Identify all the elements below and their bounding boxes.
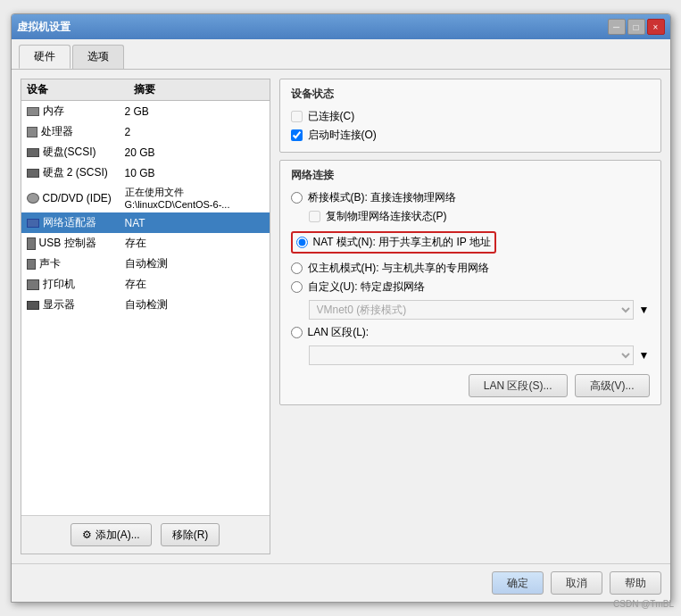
custom-dropdown[interactable]: VMnet0 (桥接模式) — [309, 300, 634, 320]
connected-checkbox[interactable] — [291, 111, 303, 122]
main-content: 设备 摘要 内存 2 GB 处理器 — [12, 70, 670, 563]
device-summary-display: 自动检测 — [125, 297, 264, 312]
device-summary-disk1: 20 GB — [125, 146, 264, 159]
nat-label: NAT 模式(N): 用于共享主机的 IP 地址 — [313, 235, 491, 250]
memory-icon — [27, 107, 39, 116]
close-button[interactable]: × — [647, 19, 665, 35]
minimize-button[interactable]: ─ — [608, 19, 626, 35]
bridge-row: 桥接模式(B): 直接连接物理网络 — [291, 188, 650, 207]
nat-row: NAT 模式(N): 用于共享主机的 IP 地址 — [291, 229, 650, 255]
connected-row: 已连接(C) — [291, 107, 650, 126]
device-row-sound[interactable]: 声卡 自动检测 — [21, 254, 270, 274]
custom-dropdown-row: VMnet0 (桥接模式) ▼ — [309, 300, 650, 320]
custom-dropdown-arrow: ▼ — [639, 304, 650, 316]
device-name-memory: 内存 — [43, 104, 64, 119]
right-spacer — [279, 412, 661, 554]
device-summary-network: NAT — [125, 217, 264, 229]
left-bottom-buttons: ⚙ 添加(A)... 移除(R) — [21, 515, 270, 554]
device-summary-usb: 存在 — [125, 236, 264, 251]
device-name-sound: 声卡 — [39, 256, 61, 271]
disk2-icon — [27, 169, 39, 178]
device-summary-cdrom: 正在使用文件 G:\linuxCD\CentOS-6-... — [125, 186, 264, 210]
hostonly-radio[interactable] — [291, 262, 303, 274]
device-summary-printer: 存在 — [125, 277, 264, 292]
display-icon — [27, 301, 39, 310]
remove-button[interactable]: 移除(R) — [161, 523, 220, 546]
tab-options[interactable]: 选项 — [72, 45, 124, 69]
autoconnect-row: 启动时连接(O) — [291, 126, 650, 145]
lan-dropdown-row: ▼ — [309, 345, 650, 365]
cdrom-icon — [27, 193, 39, 204]
device-row-memory[interactable]: 内存 2 GB — [21, 101, 270, 121]
device-row-disk2[interactable]: 硬盘 2 (SCSI) 10 GB — [21, 162, 270, 183]
device-summary-cpu: 2 — [125, 126, 264, 138]
device-name-cdrom: CD/DVD (IDE) — [43, 192, 112, 204]
device-name-printer: 打印机 — [43, 277, 75, 292]
bridge-radio[interactable] — [291, 192, 303, 204]
device-row-cdrom[interactable]: CD/DVD (IDE) 正在使用文件 G:\linuxCD\CentOS-6-… — [21, 183, 270, 212]
lan-dropdown-arrow: ▼ — [639, 349, 650, 362]
add-button[interactable]: ⚙ 添加(A)... — [71, 523, 152, 546]
device-row-network[interactable]: 网络适配器 NAT — [21, 212, 270, 233]
device-panel: 设备 摘要 内存 2 GB 处理器 — [21, 79, 270, 554]
cpu-icon — [27, 127, 37, 137]
title-bar-buttons: ─ □ × — [608, 19, 665, 35]
network-connection-section: 网络连接 桥接模式(B): 直接连接物理网络 复制物理网络连接状态(P) NAT… — [279, 160, 661, 405]
device-row-display[interactable]: 显示器 自动检测 — [21, 295, 270, 315]
device-name-disk2: 硬盘 2 (SCSI) — [43, 165, 108, 180]
cancel-button[interactable]: 取消 — [551, 571, 602, 595]
nat-highlight-box: NAT 模式(N): 用于共享主机的 IP 地址 — [291, 231, 496, 254]
usb-icon — [27, 237, 36, 250]
replicate-label: 复制物理网络连接状态(P) — [326, 209, 447, 224]
custom-label: 自定义(U): 特定虚拟网络 — [308, 279, 425, 295]
device-name-disk1: 硬盘(SCSI) — [43, 145, 96, 160]
device-status-section: 设备状态 已连接(C) 启动时连接(O) — [279, 79, 661, 153]
device-row-printer[interactable]: 打印机 存在 — [21, 274, 270, 295]
maximize-button[interactable]: □ — [627, 19, 645, 35]
device-name-display: 显示器 — [43, 297, 75, 312]
lan-row: LAN 区段(L): — [291, 323, 650, 342]
network-icon — [27, 219, 39, 228]
watermark: CSDN @TmBL — [613, 599, 674, 609]
device-summary-sound: 自动检测 — [125, 256, 264, 271]
ok-button[interactable]: 确定 — [492, 571, 544, 595]
device-row-usb[interactable]: USB 控制器 存在 — [21, 233, 270, 254]
replicate-row: 复制物理网络连接状态(P) — [309, 207, 650, 226]
col-summary-header: 摘要 — [134, 82, 264, 97]
tab-hardware[interactable]: 硬件 — [19, 45, 71, 69]
right-panel: 设备状态 已连接(C) 启动时连接(O) 网络连接 桥接模式(B): 直接连接物… — [279, 79, 661, 554]
replicate-checkbox[interactable] — [309, 211, 320, 222]
device-status-title: 设备状态 — [291, 87, 650, 102]
gear-icon: ⚙ — [82, 529, 92, 541]
advanced-button[interactable]: 高级(V)... — [575, 374, 650, 397]
bridge-label: 桥接模式(B): 直接连接物理网络 — [308, 190, 457, 205]
sound-icon — [27, 259, 36, 270]
device-summary-memory: 2 GB — [125, 105, 264, 118]
table-header: 设备 摘要 — [21, 79, 270, 101]
nat-radio[interactable] — [296, 237, 308, 248]
window-title: 虚拟机设置 — [17, 20, 71, 35]
lan-dropdown[interactable] — [309, 345, 634, 365]
custom-radio[interactable] — [291, 281, 303, 293]
col-device-header: 设备 — [27, 82, 134, 97]
device-row-disk1[interactable]: 硬盘(SCSI) 20 GB — [21, 142, 270, 162]
hostonly-row: 仅主机模式(H): 与主机共享的专用网络 — [291, 259, 650, 278]
custom-row: 自定义(U): 特定虚拟网络 — [291, 278, 650, 296]
printer-icon — [27, 279, 39, 290]
hostonly-label: 仅主机模式(H): 与主机共享的专用网络 — [308, 261, 489, 276]
section-action-buttons: LAN 区段(S)... 高级(V)... — [291, 374, 650, 397]
connected-label: 已连接(C) — [308, 109, 355, 124]
autoconnect-label: 启动时连接(O) — [308, 128, 377, 143]
main-window: 虚拟机设置 ─ □ × 硬件 选项 设备 摘要 内存 — [11, 13, 671, 603]
bottom-buttons: 确定 取消 帮助 — [12, 563, 670, 602]
network-connection-title: 网络连接 — [291, 168, 650, 183]
device-row-cpu[interactable]: 处理器 2 — [21, 121, 270, 142]
help-button[interactable]: 帮助 — [610, 571, 661, 595]
lan-radio[interactable] — [291, 327, 303, 338]
lan-segment-button[interactable]: LAN 区段(S)... — [469, 374, 568, 397]
disk1-icon — [27, 148, 39, 157]
title-bar: 虚拟机设置 ─ □ × — [12, 14, 670, 39]
lan-label: LAN 区段(L): — [308, 325, 370, 340]
autoconnect-checkbox[interactable] — [291, 129, 303, 141]
device-summary-disk2: 10 GB — [125, 167, 264, 179]
